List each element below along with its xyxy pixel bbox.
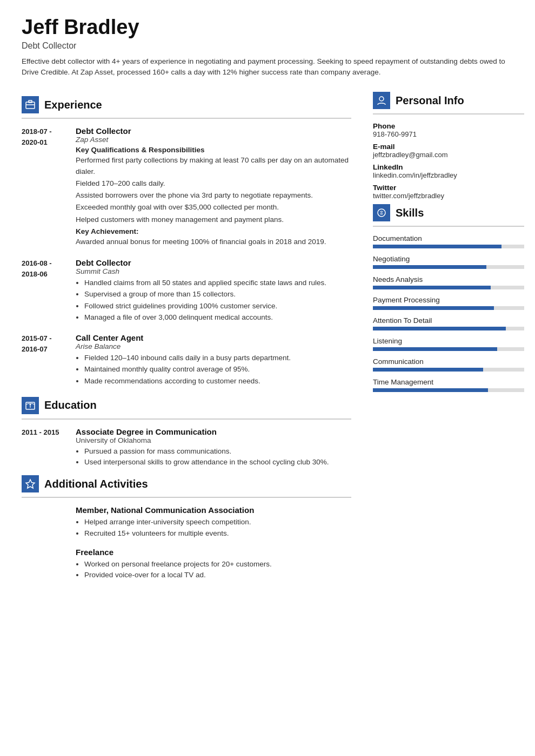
skill-item-7: Time Management — [373, 378, 524, 392]
personal-info-section: Personal Info Phone 918-760-9971 E-mail … — [373, 92, 524, 200]
edu-content-1: Associate Degree in Communication Univer… — [76, 427, 329, 468]
skill-bar-fill-3 — [373, 306, 494, 310]
skill-item-5: Listening — [373, 337, 524, 351]
company-2: Summit Cash — [76, 267, 351, 275]
exp-entry-3: 2015-07 - 2016-07 Call Center Agent Aris… — [22, 333, 351, 387]
exp-bullets-2: Handled claims from all 50 states and ap… — [76, 278, 351, 323]
skill-item-2: Needs Analysis — [373, 275, 524, 289]
email-field: E-mail jeffzbradley@gmail.com — [373, 143, 524, 159]
activity-title-1: Member, National Communication Associati… — [76, 505, 351, 515]
linkedin-label: LinkedIn — [373, 163, 524, 171]
phone-label: Phone — [373, 122, 524, 130]
exp-bullet-1-3: Exceeded monthly goal with over $35,000 … — [76, 202, 351, 213]
exp-bullet-2-0: Handled claims from all 50 states and ap… — [84, 278, 351, 288]
svg-point-4 — [30, 403, 31, 405]
achievement-text-1: Awarded annual bonus for meeting 100% of… — [76, 237, 351, 247]
education-icon — [22, 397, 39, 414]
qualifications-label-1: Key Qualifications & Responsibilities — [76, 146, 351, 154]
activity-entry-2: Freelance Worked on personal freelance p… — [76, 548, 351, 581]
skill-name-7: Time Management — [373, 378, 524, 386]
exp-bullet-1-4: Helped customers with money management a… — [76, 214, 351, 225]
skill-item-3: Payment Processing — [373, 296, 524, 310]
skill-bar-fill-1 — [373, 265, 486, 269]
activity-bullets-1: Helped arrange inter-university speech c… — [76, 517, 351, 539]
resume-page: Jeff Bradley Debt Collector Effective de… — [0, 0, 535, 756]
skill-bar-fill-2 — [373, 286, 491, 289]
svg-rect-0 — [26, 102, 35, 109]
exp-content-2: Debt Collector Summit Cash Handled claim… — [76, 258, 351, 323]
right-column: Personal Info Phone 918-760-9971 E-mail … — [367, 92, 524, 589]
exp-dates-2: 2016-08 - 2018-06 — [22, 258, 70, 323]
skill-bar-bg-3 — [373, 306, 524, 310]
skill-bar-bg-2 — [373, 286, 524, 289]
exp-bullet-1-1: Fielded 170–200 calls daily. — [76, 178, 351, 189]
skills-divider — [373, 226, 524, 227]
skill-bar-fill-4 — [373, 327, 506, 330]
exp-bullet-1-2: Assisted borrowers over the phone via 3r… — [76, 190, 351, 201]
skill-bar-bg-6 — [373, 368, 524, 372]
activity-title-2: Freelance — [76, 548, 351, 557]
skill-bar-bg-5 — [373, 347, 524, 351]
exp-entry-2: 2016-08 - 2018-06 Debt Collector Summit … — [22, 258, 351, 323]
skill-bar-bg-4 — [373, 327, 524, 330]
edu-entry-1: 2011 - 2015 Associate Degree in Communic… — [22, 427, 351, 468]
left-column: Experience 2018-07 - 2020-01 Debt Collec… — [22, 92, 367, 589]
exp-dates-3: 2015-07 - 2016-07 — [22, 333, 70, 387]
skills-list: Documentation Negotiating Needs Analysis… — [373, 234, 524, 392]
twitter-value: twitter.com/jeffzbradley — [373, 192, 524, 200]
edu-dates-1: 2011 - 2015 — [22, 427, 70, 468]
skill-bar-fill-7 — [373, 388, 488, 392]
phone-value: 918-760-9971 — [373, 130, 524, 138]
activity-bullet-1-1: Recruited 15+ volunteers for multiple ev… — [84, 528, 351, 539]
svg-point-7 — [379, 97, 384, 101]
personal-heading: Personal Info — [396, 94, 464, 107]
email-label: E-mail — [373, 143, 524, 151]
candidate-title: Debt Collector — [22, 41, 513, 51]
skill-name-4: Attention To Detail — [373, 316, 524, 325]
skill-item-6: Communication — [373, 357, 524, 372]
resume-header: Jeff Bradley Debt Collector Effective de… — [22, 16, 513, 78]
experience-section-header: Experience — [22, 96, 351, 113]
exp-bullet-2-1: Supervised a group of more than 15 colle… — [84, 289, 351, 300]
education-divider — [22, 418, 351, 420]
exp-bullets-3: Fielded 120–140 inbound calls daily in a… — [76, 353, 351, 387]
company-3: Arise Balance — [76, 342, 351, 350]
skill-name-0: Documentation — [373, 234, 524, 242]
exp-bullet-2-3: Managed a file of over 3,000 delinquent … — [84, 312, 351, 323]
job-title-3: Call Center Agent — [76, 333, 351, 342]
additional-divider — [22, 497, 351, 498]
exp-entry-1: 2018-07 - 2020-01 Debt Collector Zap Ass… — [22, 126, 351, 248]
candidate-summary: Effective debt collector with 4+ years o… — [22, 56, 513, 78]
additional-icon — [22, 475, 39, 492]
activity-bullets-2: Worked on personal freelance projects fo… — [76, 559, 351, 581]
main-layout: Experience 2018-07 - 2020-01 Debt Collec… — [22, 92, 513, 589]
skill-name-1: Negotiating — [373, 255, 524, 263]
skill-bar-bg-1 — [373, 265, 524, 269]
exp-dates-1: 2018-07 - 2020-01 — [22, 126, 70, 248]
edu-degree-1: Associate Degree in Communication — [76, 427, 329, 436]
exp-content-1: Debt Collector Zap Asset Key Qualificati… — [76, 126, 351, 248]
experience-heading: Experience — [44, 99, 102, 111]
svg-marker-6 — [26, 480, 35, 488]
activity-entry-1: Member, National Communication Associati… — [76, 505, 351, 539]
edu-bullet-1-1: Used interpersonal skills to grow attend… — [84, 457, 329, 468]
job-title-1: Debt Collector — [76, 126, 351, 136]
job-title-2: Debt Collector — [76, 258, 351, 267]
education-section-header: Education — [22, 397, 351, 414]
edu-school-1: University of Oklahoma — [76, 436, 329, 444]
education-heading: Education — [44, 399, 97, 411]
company-1: Zap Asset — [76, 136, 351, 144]
exp-bullet-3-1: Maintained monthly quality control avera… — [84, 364, 351, 375]
exp-bullet-2-2: Followed strict guidelines providing 100… — [84, 301, 351, 312]
skills-section: Skills Documentation Negotiating Needs A… — [373, 204, 524, 392]
linkedin-value: linkedin.com/in/jeffzbradley — [373, 171, 524, 179]
skill-name-2: Needs Analysis — [373, 275, 524, 284]
personal-icon — [373, 92, 390, 109]
experience-icon — [22, 96, 39, 113]
skills-heading: Skills — [396, 207, 424, 219]
candidate-name: Jeff Bradley — [22, 16, 513, 39]
skill-bar-fill-6 — [373, 368, 483, 372]
exp-bullet-3-0: Fielded 120–140 inbound calls daily in a… — [84, 353, 351, 363]
additional-section-header: Additional Activities — [22, 475, 351, 492]
edu-bullets-1: Pursued a passion for mass communication… — [76, 446, 329, 468]
